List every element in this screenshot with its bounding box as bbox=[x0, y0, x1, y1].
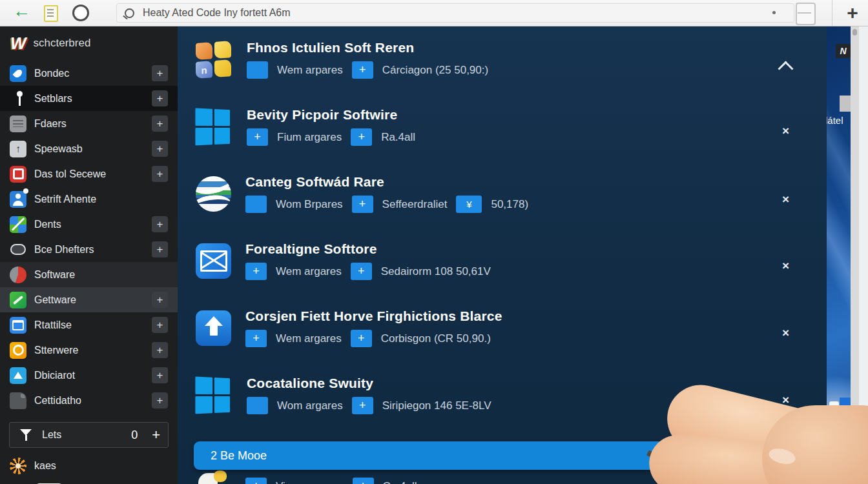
field-label: Seffeerdraliet bbox=[382, 198, 448, 211]
sidebar-item-fdaers[interactable]: Fdaers + bbox=[0, 111, 178, 136]
pie-icon bbox=[10, 267, 26, 283]
quadrants-icon bbox=[10, 216, 26, 233]
app-logo-icon: W bbox=[10, 34, 26, 54]
add-button[interactable]: + bbox=[245, 263, 267, 280]
sidebar-item-bce-dhefters[interactable]: Bce Dhefters + bbox=[0, 237, 178, 262]
field-label: 50,178) bbox=[491, 198, 528, 211]
filter-label: Lets bbox=[42, 429, 61, 441]
software-row[interactable]: Bevity Picpoir Softwire + Fium argares +… bbox=[196, 107, 415, 146]
document-icon bbox=[10, 392, 26, 409]
sidebar-item-label: Setrift Ahente bbox=[34, 194, 96, 205]
add-button[interactable]: + bbox=[152, 241, 168, 257]
close-icon[interactable]: × bbox=[782, 326, 789, 340]
reload-icon[interactable] bbox=[72, 5, 89, 21]
add-button[interactable]: + bbox=[351, 263, 372, 280]
currency-button[interactable]: ¥ bbox=[456, 196, 482, 213]
add-button[interactable]: + bbox=[352, 397, 373, 414]
close-icon[interactable]: × bbox=[782, 192, 789, 207]
add-button[interactable]: + bbox=[152, 90, 168, 106]
see-more-action-bar[interactable]: 2 Be Mooe bbox=[194, 441, 690, 470]
address-search-bar[interactable] bbox=[116, 3, 794, 23]
sidebar-item-bondec[interactable]: Bondec + bbox=[0, 61, 178, 86]
software-title: Fhnos Ictulien Soft Reren bbox=[247, 40, 488, 55]
user-icon bbox=[10, 191, 26, 208]
field-label: Sedairorm 108 50,61V bbox=[381, 265, 491, 278]
collapse-chevron-icon[interactable] bbox=[778, 61, 793, 76]
add-button[interactable]: + bbox=[152, 317, 168, 333]
sidebar-item-kaes[interactable]: kaes bbox=[0, 453, 178, 478]
add-button[interactable]: + bbox=[152, 116, 168, 132]
windows-logo-icon bbox=[195, 108, 231, 147]
field-label: Wem argares bbox=[276, 332, 342, 345]
sidebar-logo: W schcterbred bbox=[0, 26, 178, 61]
software-row[interactable]: Cocatalione Swuity Wom argares + Siripie… bbox=[196, 376, 491, 414]
add-button[interactable]: + bbox=[152, 216, 168, 232]
sidebar-item-stterwere[interactable]: Stterwere + bbox=[0, 338, 178, 363]
tab-stack-icon[interactable] bbox=[796, 3, 816, 25]
add-button[interactable]: + bbox=[353, 478, 374, 484]
windows-xp-logo-icon: n bbox=[196, 41, 232, 80]
field-label: Viem angares bbox=[276, 480, 344, 484]
sidebar-item-dbiciarot[interactable]: Dbiciarot + bbox=[0, 363, 178, 388]
search-menu-dot-icon[interactable] bbox=[772, 11, 776, 14]
section-label: Software bbox=[34, 269, 75, 281]
sidebar-item-label: Dbiciarot bbox=[34, 370, 75, 381]
add-button[interactable]: + bbox=[247, 128, 268, 146]
envelope-glyph bbox=[200, 250, 227, 272]
sidebar-item-rtattilse[interactable]: Rtattilse + bbox=[0, 312, 178, 338]
select-checkbox[interactable] bbox=[245, 196, 267, 213]
sidebar-item-speewasb[interactable]: ↑ Speewasb + bbox=[0, 136, 178, 161]
software-row[interactable]: n Fhnos Ictulien Soft Reren Wem arpares … bbox=[196, 40, 488, 79]
software-row[interactable]: Corsjen Fiett Horve Firghictions Blarce … bbox=[196, 308, 502, 347]
sidebar-item-setrift-ahente[interactable]: Setrift Ahente bbox=[0, 187, 178, 212]
filter-add-button[interactable]: + bbox=[152, 427, 160, 443]
leaf-icon bbox=[10, 292, 26, 308]
add-button[interactable]: + bbox=[152, 392, 168, 408]
background-scroll-handle[interactable] bbox=[840, 96, 851, 112]
desktop-badge-icon: N bbox=[836, 44, 851, 58]
add-button[interactable]: + bbox=[152, 342, 168, 358]
scrollbar-thumb[interactable] bbox=[852, 29, 857, 35]
close-icon[interactable]: × bbox=[782, 259, 789, 273]
up-arrow-icon: ↑ bbox=[10, 141, 26, 157]
sidebar-item-label: Fdaers bbox=[34, 118, 67, 130]
sidebar-item-label: Setblars bbox=[34, 93, 72, 105]
field-label: Wom Brpares bbox=[276, 198, 343, 211]
software-row[interactable]: Canteg Softwád Rare Wom Brpares + Seffee… bbox=[196, 174, 528, 213]
sidebar-item-gettware[interactable]: Gettware + bbox=[0, 287, 178, 312]
add-button[interactable]: + bbox=[352, 61, 373, 79]
add-button[interactable]: + bbox=[351, 330, 372, 347]
close-icon[interactable]: × bbox=[782, 124, 789, 138]
sidebar-item-dents[interactable]: Dents + bbox=[0, 212, 178, 237]
add-button[interactable]: + bbox=[152, 141, 168, 157]
search-input[interactable] bbox=[141, 6, 786, 19]
sidebar-item-cettidatho[interactable]: Cettidatho + bbox=[0, 388, 178, 413]
new-tab-button[interactable]: + bbox=[837, 0, 868, 26]
add-button[interactable]: + bbox=[152, 367, 168, 383]
add-button[interactable]: + bbox=[152, 65, 168, 81]
bookmark-page-icon[interactable] bbox=[44, 5, 58, 22]
sidebar-item-setblars[interactable]: Setblars + bbox=[0, 86, 178, 111]
add-button[interactable]: + bbox=[351, 128, 372, 146]
software-row[interactable]: Forealtigne Softtore + Wem argares + Sed… bbox=[196, 241, 491, 280]
software-title: Canteg Softwád Rare bbox=[245, 174, 528, 190]
add-button[interactable]: + bbox=[152, 292, 168, 308]
add-button[interactable]: + bbox=[152, 166, 168, 182]
filter-lets-row[interactable]: Lets 0 + bbox=[9, 422, 169, 448]
field-label: Ra.4all bbox=[381, 131, 415, 144]
sidebar-item-label: Rtattilse bbox=[34, 319, 72, 331]
back-icon[interactable]: ← bbox=[13, 1, 30, 21]
funnel-icon bbox=[17, 427, 34, 443]
triangle-icon bbox=[10, 367, 26, 384]
select-checkbox[interactable] bbox=[247, 397, 268, 414]
pin-icon bbox=[10, 90, 26, 107]
add-button[interactable]: + bbox=[245, 330, 267, 347]
add-button[interactable]: + bbox=[352, 196, 373, 213]
sidebar-section-software[interactable]: Software bbox=[0, 262, 178, 287]
sidebar-item-label: kaes bbox=[34, 460, 56, 472]
software-title: Forealtigne Softtore bbox=[245, 241, 491, 257]
field-label: Fium argares bbox=[277, 131, 342, 144]
select-checkbox[interactable] bbox=[247, 61, 268, 79]
add-button[interactable]: + bbox=[245, 478, 267, 484]
sidebar-item-das-tol-secewe[interactable]: Das tol Secewe + bbox=[0, 161, 178, 187]
